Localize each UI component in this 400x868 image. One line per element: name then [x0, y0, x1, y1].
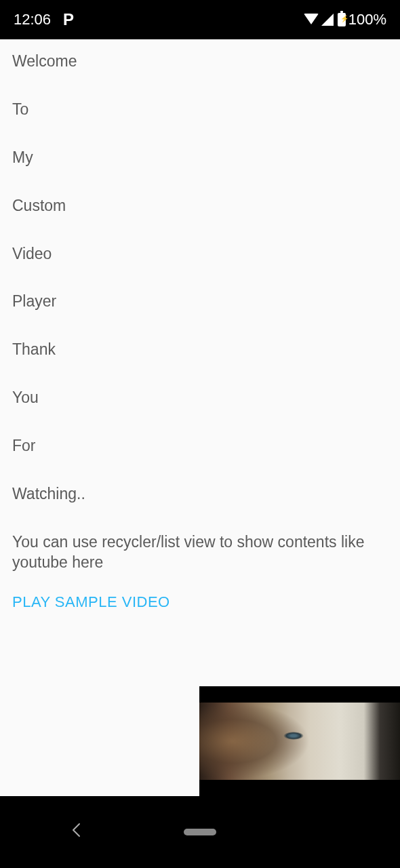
text-line: Custom: [12, 196, 388, 216]
status-right: ⚡ 100%: [304, 11, 386, 28]
home-button[interactable]: [184, 829, 216, 835]
video-frame: [199, 703, 400, 780]
text-line: My: [12, 148, 388, 168]
text-description: You can use recycler/list view to show c…: [12, 532, 388, 573]
status-bar: 12:06 P ⚡ 100%: [0, 0, 400, 39]
battery-percent: 100%: [348, 11, 386, 28]
text-line: Player: [12, 292, 388, 312]
main-content: Welcome To My Custom Video Player Thank …: [0, 39, 400, 623]
text-line: Welcome: [12, 52, 388, 72]
text-line: Thank: [12, 340, 388, 360]
navigation-bar: [0, 796, 400, 868]
pip-video-player[interactable]: [199, 686, 400, 796]
text-line: Watching..: [12, 484, 388, 505]
battery-icon: ⚡: [338, 13, 346, 26]
wifi-icon: [304, 14, 319, 24]
signal-icon: [321, 14, 334, 26]
text-line: To: [12, 100, 388, 120]
back-button[interactable]: [71, 823, 81, 842]
status-left: 12:06 P: [14, 10, 74, 29]
text-line: You: [12, 388, 388, 408]
status-time: 12:06: [14, 11, 51, 28]
play-sample-video-button[interactable]: PLAY SAMPLE VIDEO: [12, 593, 170, 611]
p-icon: P: [63, 10, 74, 29]
text-line: Video: [12, 244, 388, 264]
text-line: For: [12, 436, 388, 456]
